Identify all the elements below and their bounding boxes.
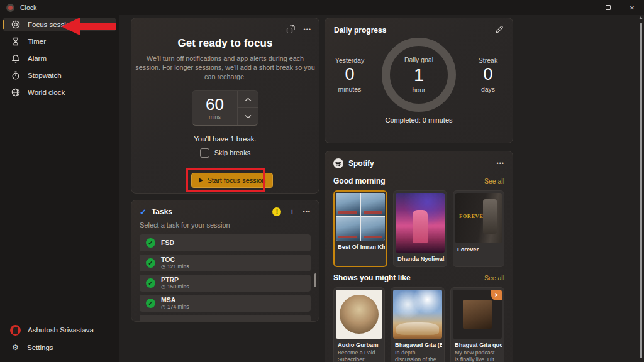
show-tile-audio-gurbani[interactable]: Audio Gurbani Become a Paid Subscriber: … (333, 287, 385, 362)
small-clock-icon: ◷ (161, 304, 165, 310)
sidebar-item-settings[interactable]: ⚙ Settings (3, 339, 116, 356)
task-row-fsd[interactable]: ✓ FSD (140, 234, 311, 251)
duration-stepper: 60 mins (192, 90, 258, 126)
small-clock-icon: ◷ (161, 264, 165, 270)
show-art-audio-gurbani (336, 290, 382, 339)
streak-stat: Streak 0 days (464, 57, 513, 93)
focus-card-description: We'll turn off notifications and app ale… (135, 54, 316, 81)
maximize-icon (606, 5, 611, 10)
badge-icon: ➤ (491, 290, 502, 300)
yesterday-stat: Yesterday 0 minutes (325, 57, 374, 93)
stat-value: 0 (325, 64, 374, 85)
focus-setup-card: ••• Get ready to focus We'll turn off no… (131, 18, 319, 194)
task-name: PTRP (161, 276, 189, 283)
bell-icon (11, 54, 20, 63)
album-art-text: FOREVER (459, 213, 487, 219)
todo-logo-icon: ✓ (140, 208, 147, 216)
task-complete-icon[interactable]: ✓ (146, 258, 155, 268)
tile-title: Dhanda Nyoliwala (396, 253, 445, 262)
stat-unit: days (464, 85, 513, 93)
avatar (10, 325, 21, 336)
task-row-partial[interactable] (140, 315, 311, 321)
album-art-forever: FOREVER (455, 193, 502, 243)
task-row-msa[interactable]: ✓ MSA ◷174 mins (140, 295, 311, 312)
titlebar: Clock ✕ (0, 0, 644, 15)
task-name: MSA (161, 296, 189, 304)
tile-subtitle: In-depth discussion of the Srimad... (393, 348, 442, 362)
sidebar-item-label: World clock (28, 89, 65, 96)
see-all-link[interactable]: See all (484, 177, 504, 185)
tasks-scrollbar[interactable] (314, 273, 316, 287)
tile-subtitle: Become a Paid Subscriber: https:/... (336, 348, 382, 362)
see-all-link[interactable]: See all (484, 274, 504, 282)
tasks-more-options-icon[interactable]: ••• (303, 209, 311, 215)
duration-increase-button[interactable] (238, 91, 258, 108)
popout-icon[interactable] (286, 25, 296, 35)
sidebar-item-label: Timer (28, 38, 46, 45)
stopwatch-icon (11, 71, 20, 80)
music-tile-dhanda-nyoliwala[interactable]: Dhanda Nyoliwala (393, 190, 447, 267)
task-name: FSD (161, 239, 174, 246)
task-row-toc[interactable]: ✓ TOC ◷121 mins (140, 255, 311, 272)
sidebar-item-world-clock[interactable]: World clock (3, 85, 116, 99)
duration-value[interactable]: 60 (206, 96, 224, 112)
album-art-dhanda-nyoliwala (396, 193, 445, 253)
window-title: Clock (20, 4, 36, 11)
edit-goal-icon[interactable] (495, 25, 504, 35)
stat-unit: minutes (325, 85, 374, 93)
break-note: You'll have 1 break. (131, 135, 319, 143)
add-task-button[interactable]: + (289, 207, 294, 216)
close-button[interactable]: ✕ (620, 0, 644, 15)
show-tile-bhagvat-gita-quotes[interactable]: ➤ Bhagvat Gita quo... My new podcast is … (450, 287, 504, 362)
stat-label: Daily goal (404, 56, 433, 63)
window-scrollbar[interactable] (640, 23, 642, 358)
maximize-button[interactable] (596, 0, 620, 15)
sidebar-item-label: Alarm (28, 55, 47, 62)
spotify-logo-icon (333, 158, 343, 168)
stat-label: Streak (464, 57, 513, 64)
clock-app-window: Clock ✕ Focus sessions Timer (0, 0, 644, 362)
task-complete-icon[interactable]: ✓ (146, 278, 155, 288)
tile-subtitle: My new podcast is finally live. Hit that… (453, 348, 502, 362)
tile-title: Bhagvat Gita quo... (453, 339, 502, 348)
more-options-icon[interactable]: ••• (304, 27, 311, 33)
skip-breaks-label: Skip breaks (214, 149, 250, 156)
completed-status: Completed: 0 minutes (325, 116, 513, 124)
task-row-ptrp[interactable]: ✓ PTRP ◷150 mins (140, 275, 311, 292)
daily-goal-ring: Daily goal 1 hour (382, 38, 456, 112)
small-clock-icon: ◷ (161, 284, 165, 290)
section-heading: Good morning (333, 177, 386, 185)
spotify-card: Spotify ••• Good morning See all Best Of… (325, 151, 513, 362)
chevron-down-icon (245, 114, 252, 119)
section-heading: Shows you might like (333, 273, 411, 282)
sidebar-item-timer[interactable]: Timer (3, 35, 116, 48)
tasks-card-title: Tasks (152, 207, 172, 216)
daily-progress-title: Daily progress (334, 26, 386, 35)
portrait-image (340, 295, 379, 334)
focus-card-title: Get ready to focus (131, 37, 319, 50)
user-account-item[interactable]: Ashutosh Srivastava (3, 322, 116, 338)
sidebar-item-alarm[interactable]: Alarm (3, 52, 116, 65)
minimize-icon (582, 8, 587, 8)
minimize-button[interactable] (572, 0, 596, 15)
globe-clock-icon (11, 88, 20, 97)
focus-sessions-icon (11, 20, 20, 30)
show-tile-bhagavad-gita[interactable]: Bhagavad Gita (E... In-depth discussion … (391, 287, 445, 362)
stat-value: 1 (414, 63, 424, 86)
hourglass-icon (11, 37, 20, 47)
music-tile-best-of-imran-khan[interactable]: Best Of Imran Khan (333, 190, 387, 267)
task-complete-icon[interactable]: ✓ (146, 299, 155, 308)
user-name: Ashutosh Srivastava (28, 326, 94, 334)
red-arrow-annotation (61, 17, 116, 36)
spotify-more-options-icon[interactable]: ••• (497, 161, 504, 167)
warning-icon[interactable]: ! (272, 207, 281, 216)
duration-decrease-button[interactable] (238, 107, 258, 125)
task-complete-icon[interactable]: ✓ (146, 238, 155, 248)
sidebar-item-stopwatch[interactable]: Stopwatch (3, 69, 116, 82)
task-duration: 174 mins (167, 304, 189, 310)
mini-cover-image (463, 300, 492, 329)
scrollbar-up-arrow[interactable] (639, 16, 643, 19)
music-tile-forever[interactable]: FOREVER Forever (453, 190, 504, 267)
skip-breaks-checkbox[interactable] (200, 148, 209, 158)
tile-title: Audio Gurbani (336, 339, 382, 348)
